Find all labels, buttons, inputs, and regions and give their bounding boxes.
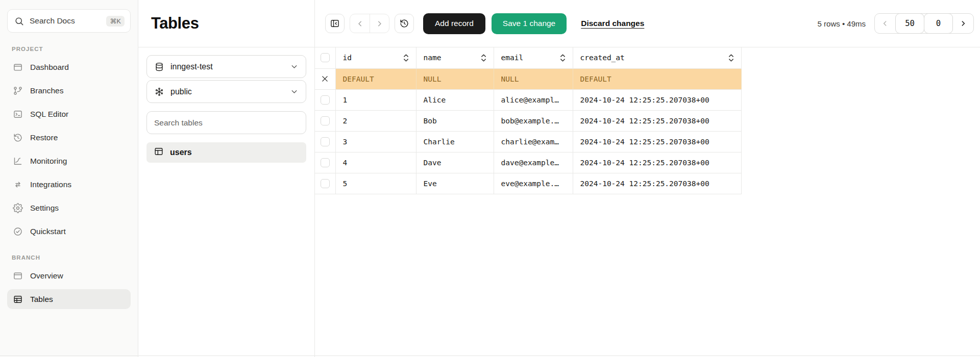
page-offset-field[interactable]: 0 [924, 13, 953, 34]
row-select-cell [315, 131, 335, 152]
table-row: 2Bobbob@example.…2024-10-24 12:25:25.207… [315, 110, 741, 131]
schema-selector[interactable]: public [146, 80, 306, 103]
sidebar-item-label: SQL Editor [30, 110, 68, 119]
search-icon [14, 16, 24, 26]
chevron-left-icon [356, 19, 364, 28]
viewport-bottom-edge [0, 355, 980, 356]
row-checkbox[interactable] [321, 158, 330, 167]
search-docs-button[interactable]: Search Docs ⌘K [7, 9, 131, 33]
sidebar-item-label: Tables [30, 295, 53, 304]
cell-email[interactable]: bob@example.… [494, 110, 573, 131]
table-row: 5Eveeve@example.…2024-10-24 12:25:25.207… [315, 173, 741, 194]
sidebar-item-branches[interactable]: Branches [7, 81, 131, 100]
sidebar-item-settings[interactable]: Settings [7, 198, 131, 218]
table-row: 1Alicealice@exampl…2024-10-24 12:25:25.2… [315, 89, 741, 110]
table-item-users[interactable]: users [146, 142, 306, 163]
row-select-cell [315, 152, 335, 173]
app-window: Search Docs ⌘K PROJECT Dashboard Branche… [0, 0, 980, 357]
cell-created-at[interactable]: 2024-10-24 12:25:25.207038+00 [573, 131, 741, 152]
section-label-project: PROJECT [12, 46, 126, 52]
pending-new-row: DEFAULTNULLNULLDEFAULT [315, 68, 741, 89]
sort-icon[interactable] [728, 54, 734, 62]
cell-id[interactable]: 2 [335, 110, 416, 131]
pagination-control: 50 0 [874, 13, 974, 34]
chevron-down-icon [290, 62, 299, 71]
database-icon [154, 62, 164, 72]
search-tables-input[interactable] [146, 111, 306, 134]
sidebar-item-dashboard[interactable]: Dashboard [7, 57, 131, 77]
discard-changes-link[interactable]: Discard changes [581, 19, 644, 28]
cell-email[interactable]: dave@example… [494, 152, 573, 173]
row-checkbox[interactable] [321, 116, 330, 125]
table-row: 3Charliecharlie@exam…2024-10-24 12:25:25… [315, 131, 741, 152]
forward-button[interactable] [370, 14, 389, 33]
column-header-name[interactable]: name [416, 47, 494, 68]
tables-panel: Tables inngest-test public users [138, 0, 315, 357]
page-size-field[interactable]: 50 [895, 13, 924, 34]
pending-cell[interactable]: NULL [494, 68, 573, 89]
sidebar-item-sql-editor[interactable]: SQL Editor [7, 104, 131, 124]
row-select-cell [315, 110, 335, 131]
sort-icon[interactable] [403, 54, 409, 62]
save-changes-button[interactable]: Save 1 change [492, 13, 567, 34]
pending-cell[interactable]: DEFAULT [573, 68, 741, 89]
row-checkbox[interactable] [321, 179, 330, 188]
cell-email[interactable]: eve@example.… [494, 173, 573, 194]
toolbar-right: 5 rows • 49ms 50 0 [818, 13, 974, 34]
database-selector[interactable]: inngest-test [146, 55, 306, 78]
cell-email[interactable]: alice@exampl… [494, 89, 573, 110]
history-button[interactable] [395, 14, 414, 33]
cell-name[interactable]: Dave [416, 152, 494, 173]
cell-id[interactable]: 1 [335, 89, 416, 110]
data-grid: id name email created_at [315, 47, 980, 194]
previous-page-button[interactable] [875, 14, 895, 33]
remove-pending-row-button[interactable] [315, 69, 335, 89]
cell-id[interactable]: 4 [335, 152, 416, 173]
table-item-label: users [170, 148, 192, 157]
cell-id[interactable]: 5 [335, 173, 416, 194]
sort-icon[interactable] [481, 54, 486, 62]
cell-created-at[interactable]: 2024-10-24 12:25:25.207038+00 [573, 152, 741, 173]
cell-id[interactable]: 3 [335, 131, 416, 152]
table-icon [154, 146, 164, 159]
sidebar-item-label: Dashboard [30, 63, 69, 72]
sidebar-item-tables[interactable]: Tables [7, 289, 131, 309]
sidebar-item-integrations[interactable]: Integrations [7, 174, 131, 194]
add-record-button[interactable]: Add record [423, 13, 485, 34]
sidebar: Search Docs ⌘K PROJECT Dashboard Branche… [0, 0, 138, 357]
pending-cell[interactable]: NULL [416, 68, 494, 89]
next-page-button[interactable] [953, 14, 973, 33]
cell-name[interactable]: Eve [416, 173, 494, 194]
back-button[interactable] [350, 14, 370, 33]
cell-created-at[interactable]: 2024-10-24 12:25:25.207038+00 [573, 173, 741, 194]
database-selector-value: inngest-test [170, 62, 213, 71]
cell-name[interactable]: Alice [416, 89, 494, 110]
cell-name[interactable]: Charlie [416, 131, 494, 152]
row-checkbox[interactable] [321, 137, 330, 146]
column-header-label: name [424, 54, 442, 62]
column-header-created-at[interactable]: created_at [573, 47, 741, 68]
select-all-checkbox[interactable] [321, 53, 330, 62]
quickstart-icon [13, 226, 23, 237]
tables-list: users [146, 142, 306, 163]
column-header-email[interactable]: email [494, 47, 573, 68]
sidebar-item-monitoring[interactable]: Monitoring [7, 151, 131, 171]
monitoring-icon [13, 156, 23, 166]
cell-created-at[interactable]: 2024-10-24 12:25:25.207038+00 [573, 89, 741, 110]
column-header-label: email [501, 54, 524, 62]
column-header-label: created_at [580, 54, 625, 62]
sidebar-item-restore[interactable]: Restore [7, 128, 131, 147]
toolbar: Add record Save 1 change Discard changes… [315, 0, 980, 47]
column-header-id[interactable]: id [335, 47, 416, 68]
sql-editor-icon [13, 109, 23, 119]
column-header-label: id [343, 54, 352, 62]
pending-cell[interactable]: DEFAULT [335, 68, 416, 89]
collapse-panel-button[interactable] [325, 14, 345, 33]
cell-created-at[interactable]: 2024-10-24 12:25:25.207038+00 [573, 110, 741, 131]
cell-email[interactable]: charlie@exam… [494, 131, 573, 152]
row-checkbox[interactable] [321, 95, 330, 105]
cell-name[interactable]: Bob [416, 110, 494, 131]
sidebar-item-quickstart[interactable]: Quickstart [7, 221, 131, 241]
sort-icon[interactable] [560, 54, 566, 62]
sidebar-item-overview[interactable]: Overview [7, 266, 131, 286]
